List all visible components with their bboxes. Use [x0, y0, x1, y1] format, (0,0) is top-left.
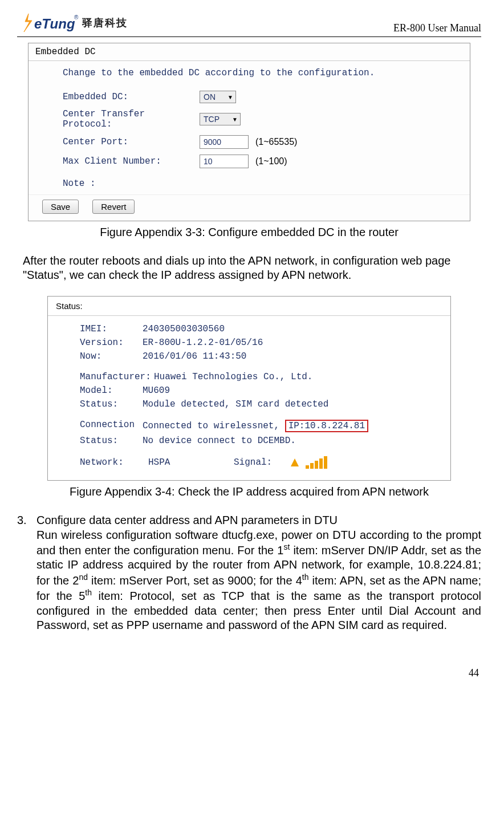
step-title: Configure data center address and APN pa… [36, 513, 481, 528]
label-status: Status: [80, 399, 143, 409]
sup-st: st [283, 542, 290, 551]
value-status: Module detected, SIM card detected [143, 399, 439, 409]
step-body-c: item: mServer Port, set as 9000; for the… [88, 574, 302, 587]
panel-title-status: Status: [48, 297, 450, 316]
figure-caption-3-3: Figure Appendix 3-3: Configure embedded … [17, 226, 481, 239]
step-body-e: item: Protocol, set as TCP that is the s… [36, 590, 481, 631]
label-now: Now: [80, 351, 143, 362]
label-embedded-dc: Embedded DC: [63, 92, 200, 102]
sup-nd: nd [79, 573, 88, 582]
label-max-client: Max Client Number: [63, 156, 200, 167]
label-network: Network: [80, 457, 148, 468]
select-protocol[interactable]: TCP [200, 113, 241, 125]
label-version: Version: [80, 338, 143, 348]
label-note: Note : [63, 178, 458, 189]
input-max-client[interactable]: 10 [200, 155, 249, 168]
page-header: eTung ® 驿唐科技 ER-800 User Manual [17, 11, 481, 37]
select-embedded-dc[interactable]: ON [200, 91, 236, 103]
ip-highlight-box: IP:10.8.224.81 [285, 420, 368, 432]
step-number: 3. [17, 513, 29, 633]
value-network: HSPA [148, 457, 234, 468]
panel-intro-text: Change to the embedded DC according to t… [63, 68, 458, 78]
label-center-port: Center Port: [63, 137, 200, 147]
hint-max-client: (1~100) [255, 156, 287, 167]
hint-center-port: (1~65535) [255, 137, 297, 147]
value-manufacturer: Huawei Technologies Co., Ltd. [154, 372, 439, 382]
etung-logo-icon: eTung ® [17, 11, 80, 34]
step-3: 3. Configure data center address and APN… [17, 513, 481, 633]
value-model: MU609 [143, 385, 439, 396]
panel-title-embedded-dc: Embedded DC [29, 43, 470, 61]
logo: eTung ® 驿唐科技 [17, 11, 128, 34]
paragraph-after-reboot: After the router reboots and dials up in… [17, 254, 481, 282]
sup-th-2: th [85, 588, 92, 597]
logo-cn-text: 驿唐科技 [82, 16, 128, 30]
save-button[interactable]: Save [42, 200, 79, 214]
document-title: ER-800 User Manual [393, 22, 481, 34]
value-connection2: No device connect to DCEMBD. [143, 436, 439, 446]
label-protocol: Center Transfer Protocol: [63, 109, 200, 129]
embedded-dc-panel: Embedded DC Change to the embedded DC ac… [28, 43, 470, 221]
label-manufacturer: Manufacturer: [80, 372, 154, 382]
value-connection1: Connected to wirelessnet, IP:10.8.224.81 [143, 420, 439, 432]
label-connection1: Connection [80, 420, 143, 432]
label-signal: Signal: [234, 457, 291, 468]
label-imei: IMEI: [80, 324, 143, 334]
signal-bars-icon [291, 456, 327, 469]
sup-th-1: th [302, 573, 309, 582]
status-panel: Status: IMEI: 240305003030560 Version: E… [47, 296, 451, 481]
revert-button[interactable]: Revert [92, 200, 135, 214]
value-version: ER-800U-1.2.2-01/05/16 [143, 338, 439, 348]
svg-text:®: ® [74, 14, 79, 21]
label-connection2: Status: [80, 436, 143, 446]
conn-text-pre: Connected to wirelessnet, [143, 421, 285, 431]
value-now: 2016/01/06 11:43:50 [143, 351, 439, 362]
svg-text:eTung: eTung [34, 16, 75, 31]
figure-caption-3-4: Figure Appendix 3-4: Check the IP addres… [17, 485, 481, 498]
step-body: Run wireless configuration software dtuc… [36, 528, 481, 633]
value-imei: 240305003030560 [143, 324, 439, 334]
input-center-port[interactable]: 9000 [200, 135, 249, 149]
page-number: 44 [17, 667, 481, 679]
label-model: Model: [80, 385, 143, 396]
